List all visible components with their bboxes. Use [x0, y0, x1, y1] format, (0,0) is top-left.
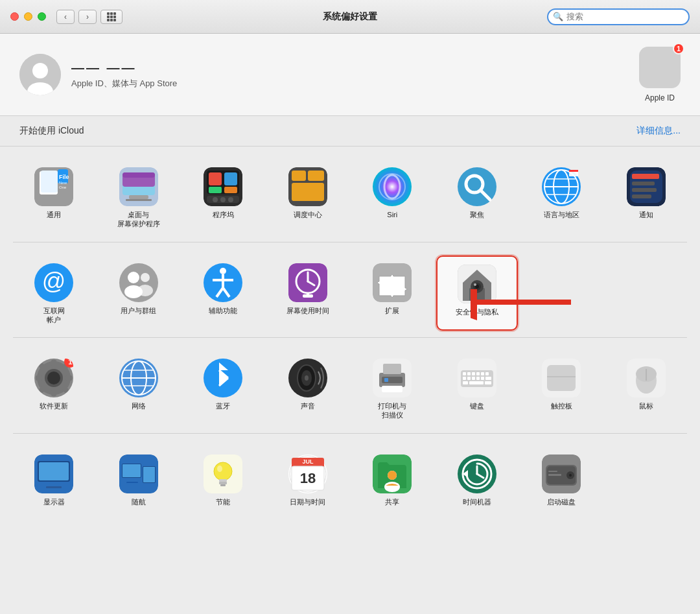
mission-icon: [288, 167, 327, 206]
sidebar-item-mission[interactable]: 调度中心: [267, 159, 349, 235]
main-content: —— —— Apple ID、媒体与 App Store 1 Apple ID …: [0, 34, 700, 614]
timemachine-label: 时间机器: [463, 497, 491, 506]
sidebar-item-notifications[interactable]: 通知: [605, 159, 688, 235]
icons-section-1: File New One 通用: [0, 147, 700, 242]
sidebar-item-network[interactable]: 网络: [98, 351, 180, 427]
svg-rect-117: [485, 372, 489, 375]
battery-label: 节能: [216, 497, 230, 506]
svg-point-53: [128, 272, 139, 283]
svg-text:@: @: [42, 268, 66, 294]
svg-rect-126: [485, 381, 491, 384]
close-button[interactable]: [10, 12, 19, 21]
timemachine-icon: [458, 455, 496, 493]
mouse-icon: [627, 359, 666, 397]
svg-rect-144: [128, 479, 136, 482]
users-icon: [119, 263, 158, 302]
icons-grid-row3: 1 软件更新 网络: [13, 351, 687, 427]
screentime-icon: [288, 263, 327, 302]
sidebar-item-startup[interactable]: 启动磁盘: [520, 447, 603, 513]
sidebar-item-language[interactable]: 语言与地区: [520, 159, 603, 235]
svg-rect-109: [384, 378, 388, 382]
user-name: —— ——: [71, 60, 177, 75]
language-label: 语言与地区: [544, 210, 579, 219]
svg-rect-121: [476, 377, 480, 380]
apple-id-icon-wrapper[interactable]: 1: [639, 47, 681, 88]
svg-rect-28: [308, 171, 324, 181]
user-info: —— —— Apple ID、媒体与 App Store: [71, 60, 177, 89]
svg-rect-124: [463, 381, 468, 384]
forward-button[interactable]: ›: [78, 10, 97, 24]
startup-icon: [542, 455, 581, 493]
minimize-button[interactable]: [24, 12, 32, 21]
sidebar-item-sound[interactable]: 声音: [267, 351, 349, 427]
language-icon: [542, 167, 581, 206]
sidebar-item-bluetooth[interactable]: 蓝牙: [182, 351, 264, 427]
sidebar-item-screentime[interactable]: 屏幕使用时间: [267, 255, 349, 331]
svg-rect-125: [469, 381, 484, 384]
sidebar-item-accessibility[interactable]: 辅助功能: [182, 255, 264, 331]
grid-view-button[interactable]: [100, 10, 122, 24]
sidecar-label: 随航: [132, 497, 146, 506]
icons-section-3: 1 软件更新 网络: [0, 338, 700, 433]
extensions-icon: [373, 263, 412, 302]
sound-icon: [288, 359, 327, 397]
svg-rect-19: [224, 172, 237, 185]
svg-rect-172: [548, 474, 561, 476]
sidebar-item-spotlight[interactable]: 聚焦: [436, 159, 519, 235]
svg-point-103: [305, 375, 309, 381]
svg-point-90: [47, 372, 60, 384]
sidebar-item-battery[interactable]: 节能: [182, 447, 264, 513]
sidebar-item-display[interactable]: 显示器: [13, 447, 95, 513]
sidebar-item-security[interactable]: 安全性与隐私: [436, 255, 519, 331]
datetime-icon: JUL 18: [288, 455, 327, 493]
svg-text:File: File: [59, 174, 69, 180]
extensions-label: 扩展: [385, 306, 399, 315]
sidecar-icon: [119, 455, 158, 493]
sidebar-item-extensions[interactable]: 扩展: [351, 255, 434, 331]
sidebar-item-internet[interactable]: @ 互联网帐户: [13, 255, 95, 331]
sidebar-item-sidecar[interactable]: 随航: [98, 447, 180, 513]
spotlight-label: 聚焦: [470, 210, 484, 219]
svg-text:JUL: JUL: [302, 458, 314, 465]
printer-label: 打印机与扫描仪: [378, 401, 406, 420]
search-icon: 🔍: [553, 12, 563, 21]
sidebar-item-printer[interactable]: 打印机与扫描仪: [351, 351, 434, 427]
svg-rect-43: [569, 170, 578, 172]
grid-dots-icon: [107, 12, 116, 21]
svg-rect-138: [46, 486, 62, 488]
search-input[interactable]: [547, 8, 690, 25]
sidebar-item-mouse[interactable]: 鼠标: [605, 351, 688, 427]
sidebar-item-dock[interactable]: 程序坞: [182, 159, 264, 235]
svg-rect-49: [632, 195, 651, 198]
icloud-banner: 开始使用 iCloud 详细信息...: [0, 116, 700, 147]
svg-rect-116: [481, 372, 484, 375]
sidebar-item-timemachine[interactable]: 时间机器: [436, 447, 519, 513]
sidebar-item-sharing[interactable]: 共享: [351, 447, 434, 513]
general-label: 通用: [47, 210, 61, 219]
datetime-label: 日期与时间: [290, 497, 325, 506]
trackpad-label: 触控板: [551, 401, 572, 410]
security-label: 安全性与隐私: [456, 307, 498, 316]
sidebar-item-siri[interactable]: Siri: [351, 159, 434, 235]
svg-point-147: [214, 462, 232, 480]
keyboard-label: 键盘: [470, 401, 484, 410]
back-button[interactable]: ‹: [56, 10, 75, 24]
svg-rect-27: [292, 171, 306, 181]
apple-id-right[interactable]: 1 Apple ID: [639, 47, 681, 102]
sidebar-item-users[interactable]: 用户与群组: [98, 255, 180, 331]
svg-point-160: [384, 482, 400, 492]
siri-icon: [373, 167, 412, 206]
desktop-icon: [119, 167, 158, 206]
display-icon: [34, 455, 73, 493]
sidebar-item-trackpad[interactable]: 触控板: [520, 351, 603, 427]
sidebar-item-datetime[interactable]: JUL 18 日期与时间: [267, 447, 349, 513]
icloud-details-link[interactable]: 详细信息...: [636, 125, 681, 137]
sidebar-item-general[interactable]: File New One 通用: [13, 159, 95, 235]
sidebar-item-desktop[interactable]: 桌面与屏幕保护程序: [98, 159, 180, 235]
maximize-button[interactable]: [38, 12, 46, 21]
svg-text:New: New: [59, 181, 67, 185]
sidebar-item-softwareupdate[interactable]: 1 软件更新: [13, 351, 95, 427]
sidebar-item-keyboard[interactable]: 键盘: [436, 351, 519, 427]
svg-point-76: [474, 283, 476, 286]
svg-rect-128: [547, 365, 576, 391]
